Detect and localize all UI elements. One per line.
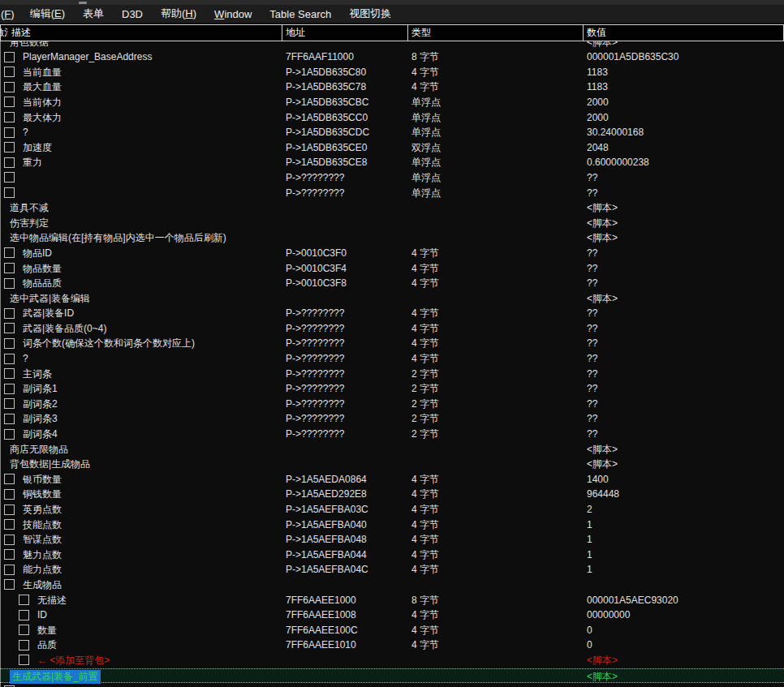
freeze-checkbox[interactable] — [4, 172, 15, 182]
table-row[interactable]: 副词条3P->????????2 字节?? — [0, 411, 784, 427]
freeze-checkbox[interactable] — [19, 625, 29, 635]
menu-item-view-toggle[interactable]: 视图切换 — [340, 6, 400, 21]
table-row[interactable]: 词条个数(确保这个数和词条个数对应上)P->????????4 字节?? — [0, 336, 784, 351]
table-row[interactable]: 最大血量P->1A5DB635C784 字节1183 — [0, 79, 784, 95]
menu-item-help[interactable]: 帮助(H) — [152, 6, 205, 21]
freeze-checkbox[interactable] — [4, 112, 15, 122]
table-row[interactable]: 物品IDP->0010C3F04 字节?? — [0, 246, 784, 261]
table-row[interactable]: 银币数量P->1A5AEDA08644 字节1400 — [0, 472, 784, 487]
row-type: 4 字节 — [411, 532, 582, 547]
table-row[interactable]: 选中物品编辑(在[持有物品]内选中一个物品后刷新)<脚本> — [0, 230, 784, 246]
menu-item-d3d[interactable]: D3D — [113, 8, 152, 20]
freeze-checkbox[interactable] — [4, 67, 15, 77]
table-row[interactable]: 加速度P->1A5DB635CE0双浮点2048 — [0, 140, 784, 156]
menu-item-file[interactable]: (F) — [0, 8, 21, 20]
freeze-checkbox[interactable] — [19, 640, 29, 651]
menu-item-edit[interactable]: 编辑(E) — [21, 6, 74, 21]
freeze-checkbox[interactable] — [4, 398, 15, 409]
table-row[interactable]: ID7FF6AAEE10084 字节00000000 — [0, 608, 784, 623]
column-header-value[interactable]: 数值 — [584, 24, 784, 41]
freeze-checkbox[interactable] — [4, 429, 15, 440]
table-row[interactable]: P->????????单浮点?? — [0, 170, 784, 186]
table-row[interactable]: 魅力点数P->1A5AEFBA0444 字节1 — [0, 547, 784, 563]
table-row[interactable]: 重力P->1A5DB635CE8单浮点0.6000000238 — [0, 155, 784, 170]
column-header-description[interactable]: 描述 — [8, 24, 282, 41]
column-header-type[interactable]: 类型 — [408, 24, 584, 41]
row-value: 1 — [587, 562, 783, 578]
table-row[interactable]: 铜钱数量P->1A5AED292E84 字节964448 — [0, 487, 784, 502]
table-row[interactable]: PlayerManager_BaseAddress7FF6AAF110008 字… — [0, 49, 784, 65]
table-row[interactable]: 数量7FF6AAEE100C4 字节0 — [0, 623, 784, 638]
table-row[interactable]: 副词条4P->????????2 字节?? — [0, 427, 784, 442]
freeze-checkbox[interactable] — [4, 82, 15, 92]
freeze-checkbox[interactable] — [4, 549, 15, 560]
row-value: <脚本> — [587, 442, 783, 457]
menu-item-table-search[interactable]: Table Search — [261, 8, 340, 20]
freeze-checkbox[interactable] — [4, 505, 15, 515]
table-row[interactable]: 武器|装备品质(0~4)P->????????4 字节?? — [0, 321, 784, 337]
freeze-checkbox[interactable] — [4, 354, 15, 364]
freeze-checkbox[interactable] — [4, 489, 15, 500]
freeze-checkbox[interactable] — [4, 278, 15, 289]
table-row[interactable]: 最大体力P->1A5DB635CC0单浮点2000 — [0, 110, 784, 126]
freeze-checkbox[interactable] — [19, 610, 29, 620]
freeze-checkbox[interactable] — [4, 474, 15, 484]
table-row[interactable]: 副词条1P->????????2 字节?? — [0, 381, 784, 397]
table-row[interactable]: 主词条P->????????2 字节?? — [0, 367, 784, 382]
freeze-checkbox[interactable] — [4, 142, 15, 152]
freeze-checkbox[interactable] — [4, 97, 15, 107]
freeze-checkbox[interactable] — [4, 308, 15, 319]
freeze-checkbox[interactable] — [4, 338, 15, 349]
table-row[interactable]: ?P->1A5DB635CDC单浮点30.24000168 — [0, 125, 784, 140]
menu-item-window[interactable]: Window — [205, 8, 261, 20]
table-row[interactable]: 物品品质P->0010C3F84 字节?? — [0, 276, 784, 291]
table-row[interactable]: 物品数量P->0010C3F44 字节?? — [0, 261, 784, 277]
freeze-checkbox[interactable] — [4, 52, 15, 62]
freeze-checkbox[interactable] — [4, 535, 15, 545]
table-row[interactable]: P->????????单浮点?? — [0, 186, 784, 201]
freeze-checkbox[interactable] — [4, 323, 15, 333]
table-row[interactable]: ?P->????????4 字节?? — [0, 351, 784, 367]
freeze-checkbox[interactable] — [4, 247, 15, 258]
table-row[interactable]: 技能点数P->1A5AEFBA0404 字节1 — [0, 517, 784, 533]
freeze-checkbox[interactable] — [4, 157, 15, 168]
table-row[interactable]: 无描述7FF6AAEE10008 字节000001A5AEC93020 — [0, 593, 784, 608]
freeze-checkbox[interactable] — [19, 655, 29, 665]
table-row[interactable]: 能力点数P->1A5AEFBA04C4 字节1 — [0, 562, 784, 578]
table-row[interactable]: 副词条2P->????????2 字节?? — [0, 397, 784, 412]
freeze-checkbox[interactable] — [4, 263, 15, 273]
freeze-checkbox[interactable] — [4, 519, 15, 530]
table-row[interactable]: 当前血量P->1A5DB635C804 字节1183 — [0, 65, 784, 80]
table-row[interactable]: 智谋点数P->1A5AEFBA0484 字节1 — [0, 532, 784, 547]
table-row[interactable]: 武器|装备IDP->????????4 字节?? — [0, 306, 784, 321]
freeze-checkbox[interactable] — [4, 368, 15, 379]
freeze-checkbox[interactable] — [19, 595, 29, 605]
table-row[interactable]: 品质7FF6AAEE10104 字节0 — [0, 638, 784, 653]
menu-item-table[interactable]: 表单 — [74, 6, 113, 21]
freeze-checkbox[interactable] — [4, 127, 15, 138]
table-row[interactable]: 选中武器|装备编辑<脚本> — [0, 291, 784, 307]
table-body: 角色数据<脚本>PlayerManager_BaseAddress7FF6AAF… — [0, 41, 784, 687]
freeze-checkbox[interactable] — [4, 565, 15, 575]
freeze-checkbox[interactable] — [4, 579, 15, 590]
table-row[interactable]: 生成武器|装备_前置<脚本> — [0, 668, 784, 684]
freeze-checkbox[interactable] — [4, 384, 15, 394]
table-row[interactable]: 当前体力P->1A5DB635CBC单浮点2000 — [0, 95, 784, 110]
row-value: 0.6000000238 — [587, 155, 783, 170]
column-header-address[interactable]: 地址 — [282, 24, 408, 41]
table-row[interactable]: ← <添加至背包><脚本> — [0, 653, 784, 668]
row-description: 银币数量 — [23, 472, 281, 487]
table-row[interactable]: 英勇点数P->1A5AEFBA03C4 字节2 — [0, 502, 784, 517]
table-row[interactable] — [0, 683, 784, 687]
table-row[interactable]: 商店无限物品<脚本> — [0, 442, 784, 457]
row-address: P->1A5DB635CDC — [286, 125, 407, 140]
row-value: ?? — [587, 381, 783, 397]
freeze-checkbox[interactable] — [4, 414, 15, 424]
table-row[interactable]: 背包数据|生成物品<脚本> — [0, 457, 784, 472]
table-row[interactable]: 道具不减<脚本> — [0, 200, 784, 216]
table-row[interactable]: 伤害判定<脚本> — [0, 216, 784, 231]
table-row[interactable]: 角色数据<脚本> — [0, 41, 784, 49]
row-address: P->???????? — [286, 336, 407, 351]
table-row[interactable]: 生成物品 — [0, 578, 784, 593]
freeze-checkbox[interactable] — [4, 187, 15, 198]
